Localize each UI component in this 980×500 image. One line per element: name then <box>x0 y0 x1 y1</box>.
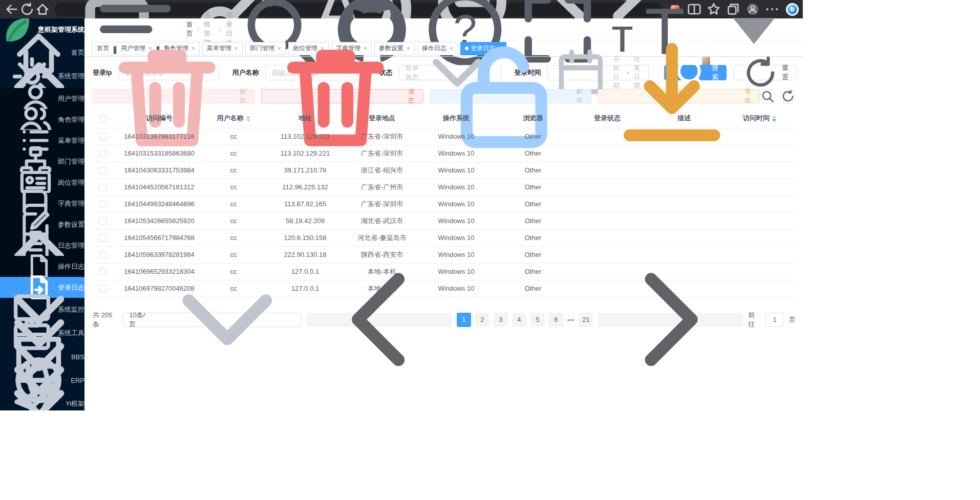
cell-user: cc <box>205 212 262 229</box>
row-checkbox[interactable] <box>99 251 106 258</box>
cell-location: 广东省-深圳市 <box>349 195 415 212</box>
cell-id: 1641044520567181312 <box>113 179 205 195</box>
trash-icon <box>99 29 235 164</box>
refresh-button[interactable] <box>19 2 35 16</box>
cell-id: 1641054566717984768 <box>113 229 205 246</box>
unlock-button[interactable]: 解锁 <box>430 89 592 103</box>
page-content: 登录Ip 用户名称 状态 登录状态 <box>84 57 803 410</box>
sort-carets[interactable] <box>772 116 776 122</box>
row-checkbox[interactable] <box>99 285 106 292</box>
cell-checkbox <box>93 280 113 297</box>
cell-checkbox <box>93 179 113 195</box>
pagination: 共 205 条 10条/页 123456•••21 前往 页 <box>93 311 797 329</box>
close-icon[interactable]: × <box>235 45 238 52</box>
cell-status <box>569 195 646 212</box>
goto-page-input[interactable] <box>765 313 784 327</box>
cell-id: 1641053426655825920 <box>113 212 205 229</box>
cell-os: Windows 10 <box>415 179 497 195</box>
page-size-select[interactable]: 10条/页 <box>123 313 302 327</box>
page-21-button[interactable]: 21 <box>579 313 593 327</box>
username-label: 用户名称 <box>232 68 259 77</box>
table-row[interactable]: 1641054566717984768cc120.6.150.158河北省-秦皇… <box>93 229 797 246</box>
more-pages[interactable]: ••• <box>567 317 575 323</box>
cell-user: cc <box>205 195 262 212</box>
cell-os: Windows 10 <box>415 162 497 179</box>
table-utility-buttons <box>760 89 797 104</box>
cell-checkbox <box>93 195 113 212</box>
row-checkbox[interactable] <box>99 150 106 157</box>
cell-browser: Other <box>497 195 569 212</box>
home-icon <box>35 2 50 17</box>
cell-browser: Other <box>497 179 569 195</box>
refresh-table-button[interactable] <box>780 89 796 104</box>
goto-label: 前往 <box>748 311 760 329</box>
cell-id: 1641043063331753984 <box>113 162 205 179</box>
home-button[interactable] <box>35 2 50 16</box>
cell-id: 1641044993248464896 <box>113 195 205 212</box>
cell-desc <box>646 229 722 246</box>
cell-checkbox <box>93 162 113 179</box>
cell-location: 浙江省-绍兴市 <box>349 162 415 179</box>
row-checkbox[interactable] <box>99 184 106 191</box>
cell-ip: 113.87.92.165 <box>262 195 349 212</box>
cell-browser: Other <box>497 162 569 179</box>
goto-unit: 页 <box>789 315 796 324</box>
export-button[interactable]: 导出 <box>598 89 760 103</box>
cell-os: Windows 10 <box>415 212 497 229</box>
delete-button[interactable]: 删除 <box>93 89 255 103</box>
row-checkbox[interactable] <box>99 218 106 225</box>
cell-os: Windows 10 <box>415 195 497 212</box>
back-icon <box>4 2 19 17</box>
cell-browser: Other <box>497 263 569 280</box>
table-row[interactable]: 1641044520567181312cc112.96.225.132广东省-广… <box>93 179 797 195</box>
row-checkbox[interactable] <box>99 167 106 174</box>
sort-carets[interactable] <box>246 116 250 122</box>
cell-user: cc <box>205 179 262 195</box>
cell-status <box>569 162 646 179</box>
page-2-button[interactable]: 2 <box>475 313 489 327</box>
browser-window: https://ccnetcore.com:1101/system/log/lo… <box>0 0 803 410</box>
main-area: 首页/系统管理/登录日志 ? тT 首页用户管理×角色管理×菜单管理×部门管理×… <box>84 18 803 410</box>
cell-user: cc <box>205 229 262 246</box>
clear-button[interactable]: 清空 <box>261 89 423 103</box>
cell-time <box>722 195 797 212</box>
next-page-button[interactable] <box>598 313 743 327</box>
reset-button[interactable]: 重置 <box>734 65 797 80</box>
cell-status <box>569 212 646 229</box>
row-checkbox[interactable] <box>99 234 106 242</box>
table-row[interactable]: 1641044993248464896cc113.87.92.165广东省-深圳… <box>93 195 797 212</box>
sidebar-menu: 首页系统管理用户管理角色管理菜单管理部门管理岗位管理字典管理参数设置日志管理操作… <box>0 41 84 410</box>
cell-desc <box>646 179 722 195</box>
cell-browser: Other <box>497 229 569 246</box>
sidebar-item-yi-framework[interactable]: Yi框架 <box>0 392 84 410</box>
page-4-button[interactable]: 4 <box>512 313 526 327</box>
cell-time <box>722 179 797 195</box>
page-3-button[interactable]: 3 <box>494 313 508 327</box>
table-row[interactable]: 1641053426655825920cc58.19.42.209湖北省-武汉市… <box>93 212 797 229</box>
cell-browser: Other <box>497 280 569 297</box>
status-placeholder: 登录状态 <box>406 63 419 82</box>
prev-page-button[interactable] <box>307 313 452 327</box>
page-6-button[interactable]: 6 <box>549 313 563 327</box>
row-checkbox[interactable] <box>99 201 106 208</box>
row-checkbox[interactable] <box>99 133 106 140</box>
download-icon <box>604 29 740 164</box>
cell-user: cc <box>205 162 262 179</box>
search-icon <box>760 89 775 103</box>
refresh-icon <box>742 54 779 92</box>
cell-browser: Other <box>497 246 569 263</box>
select-all-checkbox[interactable] <box>99 115 106 122</box>
cell-desc <box>646 162 722 179</box>
cell-status <box>569 179 646 195</box>
chevron-left-icon <box>309 249 450 390</box>
bulk-actions: 删除 清空 解锁 导出 <box>93 89 760 103</box>
cell-time <box>722 229 797 246</box>
back-button[interactable] <box>4 2 19 16</box>
page-1-button[interactable]: 1 <box>457 313 471 327</box>
cell-time <box>722 212 797 229</box>
close-icon[interactable]: × <box>407 45 410 52</box>
table-row[interactable]: 1641043063331753984cc39.171.210.78浙江省-绍兴… <box>93 162 797 179</box>
page-5-button[interactable]: 5 <box>530 313 545 327</box>
row-checkbox[interactable] <box>99 268 106 275</box>
toggle-search-button[interactable] <box>760 89 775 104</box>
